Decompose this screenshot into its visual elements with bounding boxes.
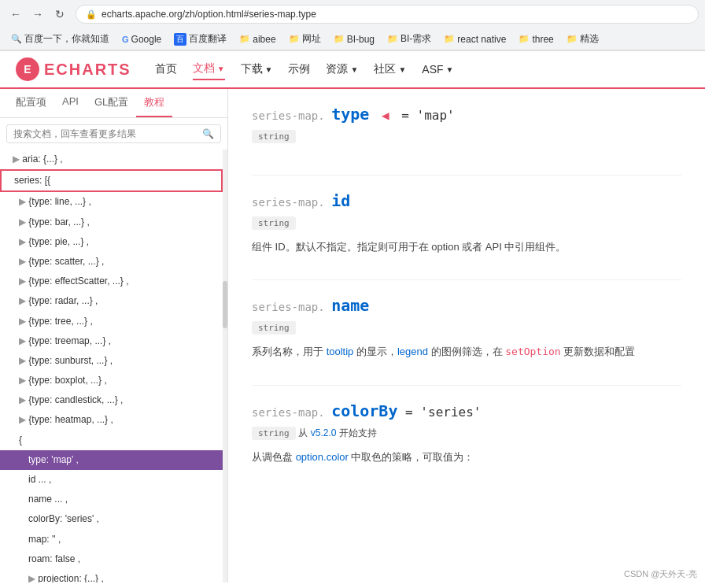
nav-asf[interactable]: ASF ▼ — [422, 60, 453, 79]
chevron-down-icon: ▼ — [398, 65, 406, 74]
bookmark-bibug[interactable]: 📁 BI-bug — [329, 32, 379, 46]
back-button[interactable]: ← — [6, 5, 25, 24]
tree-item-open-brace[interactable]: { — [0, 431, 223, 450]
folder-icon: 📁 — [567, 34, 578, 44]
tree-item-projection[interactable]: ▶ projection: {...} , — [0, 569, 223, 582]
arrow-icon: ▶ — [19, 216, 28, 227]
triangle-icon: ◀ — [382, 108, 389, 123]
nav-docs[interactable]: 文档 ▼ — [193, 58, 225, 80]
property-header-id: series-map. id — [252, 191, 681, 210]
tab-api[interactable]: API — [54, 89, 87, 117]
search-input[interactable] — [13, 128, 202, 139]
section-colorby: series-map. colorBy = 'series' string 从 … — [252, 401, 681, 466]
bookmark-baidu[interactable]: 🔍 百度一下，你就知道 — [6, 31, 114, 47]
arrow-icon: ▶ — [19, 335, 28, 346]
tree-item-aria[interactable]: ▶ aria: {...} , — [0, 150, 223, 169]
tree-item-effectscatter[interactable]: ▶ {type: effectScatter, ...} , — [0, 272, 223, 291]
arrow-icon: ▶ — [19, 375, 28, 386]
tree-item-pie[interactable]: ▶ {type: pie, ...} , — [0, 232, 223, 252]
tree-item-line[interactable]: ▶ {type: line, ...} , — [0, 192, 223, 212]
tab-tutorial[interactable]: 教程 — [136, 89, 172, 117]
type-badge-type: string — [252, 130, 296, 143]
tree-item-boxplot[interactable]: ▶ {type: boxplot, ...} , — [0, 371, 223, 390]
tree-item-roam[interactable]: roam: false , — [0, 549, 223, 569]
tree-item-treemap[interactable]: ▶ {type: treemap, ...} , — [0, 331, 223, 351]
tree-item-bar[interactable]: ▶ {type: bar, ...} , — [0, 213, 223, 232]
logo-icon: E — [16, 57, 39, 81]
tree-item-map[interactable]: map: '' , — [0, 530, 223, 549]
bookmark-jingxuan[interactable]: 📁 精选 — [562, 31, 603, 47]
bookmark-bixq[interactable]: 📁 BI-需求 — [382, 31, 436, 47]
nav-resources[interactable]: 资源 ▼ — [326, 59, 358, 80]
chevron-down-icon: ▼ — [446, 65, 454, 74]
prop-name-name: name — [331, 296, 369, 315]
tab-config[interactable]: 配置项 — [8, 89, 54, 117]
nav-buttons: ← → ↻ — [6, 5, 69, 24]
section-id: series-map. id string 组件 ID。默认不指定。指定则可用于… — [252, 191, 681, 256]
tree-item-id[interactable]: id ... , — [0, 470, 223, 490]
property-header-type: series-map. type ◀ = 'map' — [252, 105, 681, 124]
folder-icon: 📁 — [444, 34, 455, 44]
tree-item-series[interactable]: series: [{ — [0, 169, 223, 192]
folder-icon: 📁 — [387, 34, 398, 44]
nav-community[interactable]: 社区 ▼ — [374, 59, 406, 80]
baidu-icon: 🔍 — [11, 34, 22, 44]
bookmark-label: Google — [131, 34, 162, 45]
version-badge: 从 v5.2.0 开始支持 — [298, 427, 376, 440]
nav-home[interactable]: 首页 — [155, 59, 177, 80]
fanyi-icon: 百 — [174, 33, 186, 46]
bookmark-wangzhi[interactable]: 📁 网址 — [284, 31, 326, 47]
tree-item-heatmap[interactable]: ▶ {type: heatmap, ...} , — [0, 410, 223, 430]
prop-prefix: series-map. — [252, 109, 331, 122]
tree-item-sunburst[interactable]: ▶ {type: sunburst, ...} , — [0, 351, 223, 371]
watermark: CSDN @天外天-亮 — [624, 568, 697, 580]
bookmarks-bar: 🔍 百度一下，你就知道 G Google 百 百度翻译 📁 aibee 📁 网址… — [0, 28, 705, 50]
lock-icon: 🔒 — [86, 9, 97, 20]
arrow-icon: ▶ — [19, 394, 28, 405]
desc-id: 组件 ID。默认不指定。指定则可用于在 option 或者 API 中引用组件。 — [252, 238, 681, 256]
refresh-button[interactable]: ↻ — [50, 5, 69, 24]
tree-item-colorby[interactable]: colorBy: 'series' , — [0, 509, 223, 529]
bookmark-fanyi[interactable]: 百 百度翻译 — [169, 31, 231, 47]
tree-item-scatter[interactable]: ▶ {type: scatter, ...} , — [0, 252, 223, 272]
folder-icon: 📁 — [334, 34, 345, 44]
nav-examples[interactable]: 示例 — [288, 59, 310, 80]
tree-item-name[interactable]: name ... , — [0, 490, 223, 509]
sidebar-search[interactable]: 🔍 — [6, 124, 221, 143]
tree-container: ▶ aria: {...} , series: [{ ← ▶ {type: li… — [0, 150, 227, 582]
bookmark-aibee[interactable]: 📁 aibee — [234, 32, 280, 46]
bookmark-google[interactable]: G Google — [117, 32, 166, 46]
forward-button[interactable]: → — [28, 5, 47, 24]
legend-link[interactable]: legend — [397, 346, 428, 357]
search-icon: 🔍 — [202, 128, 214, 139]
version-link[interactable]: v5.2.0 — [311, 427, 337, 438]
option-color-link[interactable]: option.color — [296, 451, 349, 463]
arrow-icon: ▶ — [28, 573, 38, 582]
tree-item-tree[interactable]: ▶ {type: tree, ...} , — [0, 312, 223, 331]
bookmark-three[interactable]: 📁 three — [514, 32, 558, 46]
sidebar-scrollbar[interactable] — [223, 150, 227, 582]
tree-item-radar[interactable]: ▶ {type: radar, ...} , — [0, 291, 223, 311]
browser-chrome: ← → ↻ 🔒 echarts.apache.org/zh/option.htm… — [0, 0, 705, 51]
desc-colorby: 从调色盘 option.color 中取色的策略，可取值为： — [252, 448, 681, 466]
echarts-header: E ECHARTS 首页 文档 ▼ 下载 ▼ 示例 资源 ▼ 社区 ▼ ASF … — [0, 51, 705, 89]
address-bar[interactable]: 🔒 echarts.apache.org/zh/option.html#seri… — [76, 5, 699, 24]
tab-gl[interactable]: GL配置 — [87, 89, 136, 117]
sidebar-tree: ▶ aria: {...} , series: [{ ← ▶ {type: li… — [0, 150, 223, 582]
bookmark-label: 百度一下，你就知道 — [24, 32, 109, 46]
desc-name: 系列名称，用于 tooltip 的显示，legend 的图例筛选，在 setOp… — [252, 342, 681, 361]
type-badge-name: string — [252, 321, 296, 335]
scrollbar-thumb[interactable] — [223, 281, 227, 328]
tree-item-candlestick[interactable]: ▶ {type: candlestick, ...} , — [0, 390, 223, 410]
nav-download[interactable]: 下载 ▼ — [241, 59, 273, 80]
tree-item-type-map[interactable]: type: 'map' , — [0, 450, 223, 470]
prop-name-id: id — [331, 191, 350, 210]
bookmark-reactnative[interactable]: 📁 react native — [439, 32, 511, 46]
arrow-icon: ▶ — [19, 276, 28, 287]
browser-toolbar: ← → ↻ 🔒 echarts.apache.org/zh/option.htm… — [0, 0, 705, 28]
tooltip-link[interactable]: tooltip — [327, 346, 354, 357]
echarts-logo[interactable]: E ECHARTS — [16, 57, 131, 81]
arrow-icon: ▶ — [19, 355, 28, 366]
tree-item-type-wrapper: type: 'map' , ← — [0, 450, 223, 470]
prop-equals: = 'map' — [401, 108, 454, 123]
